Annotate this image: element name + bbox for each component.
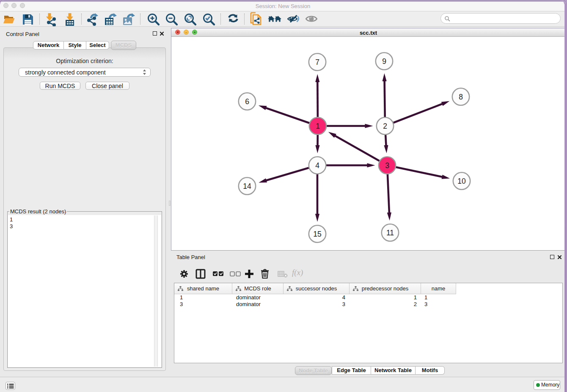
svg-text:14: 14 (243, 182, 251, 190)
svg-text:7: 7 (315, 58, 319, 66)
svg-text:11: 11 (386, 229, 394, 237)
svg-text:3: 3 (385, 161, 389, 170)
svg-text:8: 8 (459, 93, 463, 101)
svg-text:2: 2 (383, 122, 387, 130)
svg-text:15: 15 (313, 230, 321, 238)
svg-text:1: 1 (316, 122, 320, 130)
svg-text:9: 9 (382, 57, 386, 66)
svg-text:6: 6 (245, 97, 249, 106)
svg-text:4: 4 (315, 161, 319, 170)
svg-text:10: 10 (457, 177, 466, 185)
